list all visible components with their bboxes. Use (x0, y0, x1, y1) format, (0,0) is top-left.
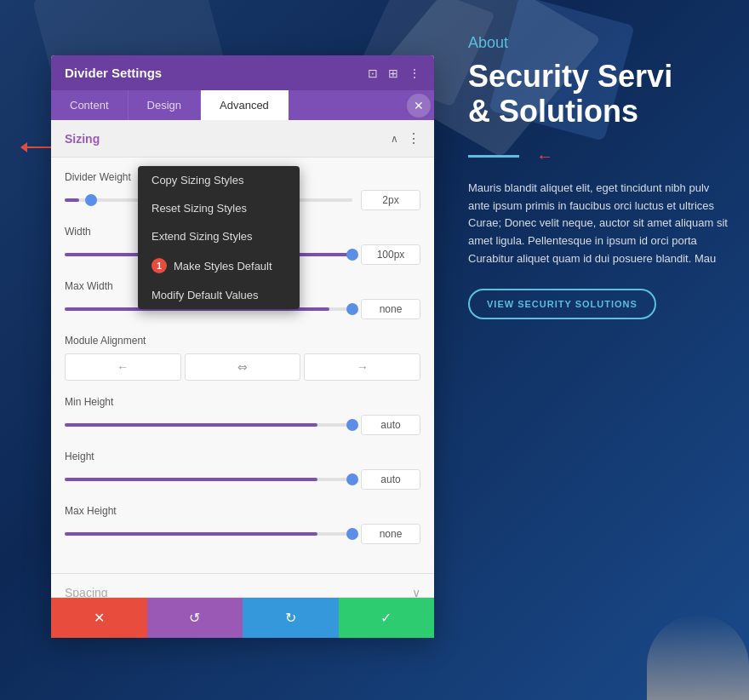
menu-item-extend[interactable]: Extend Sizing Styles (138, 222, 300, 250)
tab-content[interactable]: Content (51, 90, 129, 120)
grid-icon[interactable]: ⊞ (388, 66, 398, 80)
about-description: Mauris blandit aliquet elit, eget tincid… (468, 180, 729, 268)
min-height-slider-container (65, 415, 420, 435)
min-height-thumb[interactable] (346, 419, 358, 431)
height-input[interactable] (361, 469, 420, 490)
height-track[interactable] (65, 478, 352, 481)
menu-item-reset-label: Reset Sizing Styles (152, 202, 247, 215)
blue-divider (468, 155, 519, 158)
tab-close-button[interactable]: ✕ (407, 94, 431, 118)
max-height-slider-container (65, 524, 420, 544)
cancel-icon: ✕ (94, 610, 105, 626)
align-left-icon: ← (117, 360, 129, 374)
height-slider-container (65, 469, 420, 490)
max-width-thumb[interactable] (346, 303, 358, 315)
cancel-button[interactable]: ✕ (51, 598, 147, 638)
view-security-button[interactable]: VIEW SECURITY SOLUTIONS (468, 289, 656, 319)
align-center-button[interactable]: ⇔ (185, 353, 301, 381)
max-height-label: Max Height (65, 505, 420, 517)
menu-item-modify-label: Modify Default Values (152, 289, 259, 301)
alignment-buttons: ← ⇔ → (65, 353, 420, 381)
spacing-chevron-icon[interactable]: ∨ (412, 586, 420, 597)
align-right-button[interactable]: → (304, 353, 420, 381)
person-silhouette (647, 615, 749, 700)
section-options-icon[interactable]: ⋮ (407, 130, 420, 146)
align-left-button[interactable]: ← (65, 353, 181, 381)
align-center-icon: ⇔ (237, 360, 248, 374)
confirm-button[interactable]: ✓ (339, 598, 435, 638)
menu-item-default-label: Make Styles Default (174, 260, 272, 273)
more-icon[interactable]: ⋮ (409, 66, 420, 80)
sizing-section-header: Sizing ∧ ⋮ (51, 120, 434, 158)
collapse-icon[interactable]: ∧ (391, 133, 398, 145)
right-content-panel: About Security Servi & Solutions ← Mauri… (443, 0, 749, 700)
divider-weight-input[interactable] (361, 190, 420, 210)
min-height-row: Min Height (65, 396, 420, 435)
sizing-title: Sizing (65, 132, 100, 146)
min-height-label: Min Height (65, 396, 420, 408)
menu-item-reset[interactable]: Reset Sizing Styles (138, 194, 300, 222)
width-input[interactable] (361, 244, 420, 265)
context-menu: Copy Sizing Styles Reset Sizing Styles E… (138, 166, 300, 309)
about-label: About (468, 34, 729, 52)
redo-button[interactable]: ↻ (243, 598, 339, 638)
align-right-icon: → (357, 360, 369, 374)
panel-footer: ✕ ↺ ↻ ✓ (51, 597, 434, 638)
height-label: Height (65, 450, 420, 462)
max-height-fill (65, 532, 317, 536)
arrow-left-icon (26, 146, 51, 148)
max-height-thumb[interactable] (346, 528, 358, 540)
max-width-input[interactable] (361, 299, 420, 319)
header-icons: ⊡ ⊞ ⋮ (368, 66, 420, 80)
module-alignment-row: Module Alignment ← ⇔ → (65, 335, 420, 381)
section-actions: ∧ ⋮ (391, 130, 420, 146)
panel-tabs: Content Design Advanced ✕ (51, 90, 434, 120)
menu-item-make-default[interactable]: 1 Make Styles Default (138, 250, 300, 281)
max-height-track[interactable] (65, 532, 352, 536)
spacing-section: Spacing ∨ (51, 573, 434, 597)
height-thumb[interactable] (346, 473, 358, 485)
min-height-input[interactable] (361, 415, 420, 435)
slider-thumb[interactable] (85, 194, 97, 206)
panel-header: Divider Settings ⊡ ⊞ ⋮ (51, 55, 434, 90)
settings-panel: Divider Settings ⊡ ⊞ ⋮ Content Design Ad… (51, 55, 434, 638)
max-height-input[interactable] (361, 524, 420, 544)
menu-item-extend-label: Extend Sizing Styles (152, 230, 253, 243)
redo-icon: ↻ (285, 610, 296, 626)
right-arrow-icon: ← (536, 146, 553, 166)
width-slider-thumb[interactable] (346, 249, 358, 261)
divider-accent: ← (468, 146, 729, 166)
min-height-track[interactable] (65, 423, 352, 427)
undo-icon: ↺ (189, 610, 200, 626)
slider-fill (65, 198, 79, 202)
tab-design[interactable]: Design (129, 90, 201, 120)
red-indicator-arrow (26, 146, 51, 148)
menu-item-modify[interactable]: Modify Default Values (138, 281, 300, 309)
height-row: Height (65, 450, 420, 490)
height-fill (65, 478, 317, 481)
badge-icon: 1 (152, 258, 167, 273)
undo-button[interactable]: ↺ (147, 598, 243, 638)
red-arrow-right: ← (536, 146, 553, 166)
max-height-row: Max Height (65, 505, 420, 544)
menu-item-copy-label: Copy Sizing Styles (152, 174, 243, 186)
security-title: Security Servi & Solutions (468, 59, 729, 129)
menu-item-copy[interactable]: Copy Sizing Styles (138, 166, 300, 194)
tab-advanced[interactable]: Advanced (201, 90, 289, 120)
module-alignment-label: Module Alignment (65, 335, 420, 347)
confirm-icon: ✓ (380, 610, 392, 626)
expand-icon[interactable]: ⊡ (368, 66, 378, 80)
min-height-fill (65, 423, 317, 427)
spacing-title: Spacing (65, 586, 108, 597)
panel-title: Divider Settings (65, 66, 162, 80)
